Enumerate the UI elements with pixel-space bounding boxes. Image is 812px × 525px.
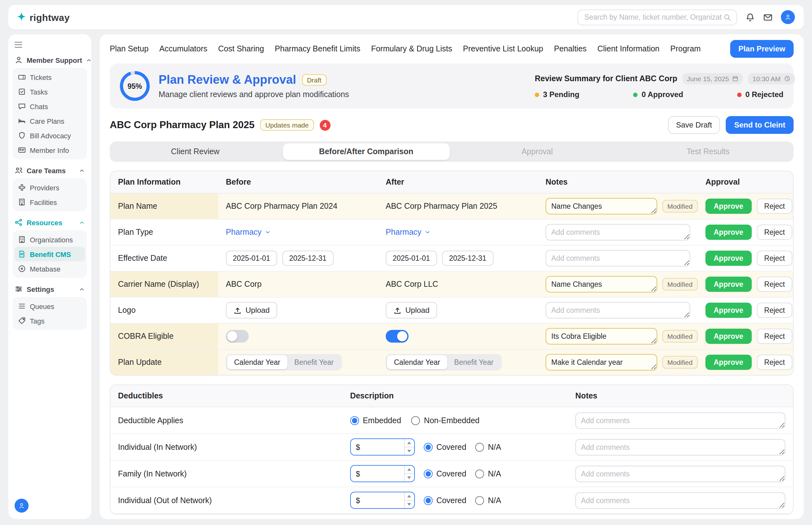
sidebar-menu-icon[interactable]	[13, 39, 87, 52]
stepper-up-button[interactable]	[405, 492, 414, 500]
sidebar-item-facilities[interactable]: Facilities	[15, 195, 85, 209]
approve-button[interactable]: Approve	[705, 225, 751, 240]
approve-button[interactable]: Approve	[705, 355, 751, 370]
na-radio[interactable]: N/A	[475, 442, 501, 451]
approve-button[interactable]: Approve	[705, 329, 751, 344]
sidebar-section-care-teams[interactable]: Care Teams	[13, 163, 87, 178]
amount-input[interactable]	[360, 492, 404, 508]
approve-button[interactable]: Approve	[705, 303, 751, 318]
reject-button[interactable]: Reject	[756, 225, 792, 240]
notes-input[interactable]	[575, 465, 785, 482]
user-avatar[interactable]	[781, 10, 795, 24]
notes-input[interactable]	[545, 224, 690, 240]
covered-radio[interactable]: Covered	[424, 496, 467, 505]
amount-input[interactable]	[360, 466, 404, 482]
stepper-down-button[interactable]	[405, 474, 414, 482]
tab-approval[interactable]: Approval	[452, 141, 623, 162]
embedded-radio[interactable]: Embedded	[350, 416, 401, 425]
search-input[interactable]	[583, 13, 723, 21]
tab-preventive-list-lookup[interactable]: Preventive List Lookup	[463, 44, 543, 53]
approve-button[interactable]: Approve	[705, 276, 751, 292]
sidebar-item-queues[interactable]: Queues	[15, 299, 85, 313]
end-date-button[interactable]: 2025-12-31	[282, 251, 334, 266]
na-radio[interactable]: N/A	[475, 496, 501, 505]
tab-formulary-drug-lists[interactable]: Formulary & Drug Lists	[371, 44, 452, 53]
reject-button[interactable]: Reject	[756, 276, 792, 292]
topbar: ✦ rightway	[8, 5, 804, 29]
sidebar-item-tasks[interactable]: Tasks	[15, 85, 85, 99]
cobra-toggle-on[interactable]	[386, 330, 408, 343]
sidebar-item-providers[interactable]: Providers	[15, 180, 85, 195]
tab-accumulators[interactable]: Accumulators	[159, 44, 207, 53]
notes-input[interactable]	[575, 439, 785, 455]
sidebar-item-bill-advocacy[interactable]: Bill Advocacy	[15, 128, 85, 143]
calendar-year-option[interactable]: Calendar Year	[387, 355, 447, 369]
messages-button[interactable]	[763, 12, 773, 22]
reject-button[interactable]: Reject	[756, 329, 792, 344]
tab-program[interactable]: Program	[670, 44, 701, 53]
cobra-toggle-off[interactable]	[226, 330, 249, 343]
notes-input[interactable]: Its Cobra Eligible	[545, 328, 657, 345]
sidebar-item-chats[interactable]: Chats	[15, 99, 85, 114]
reject-button[interactable]: Reject	[756, 355, 792, 370]
notifications-button[interactable]	[746, 12, 755, 22]
plan-type-select[interactable]: Pharmacy	[226, 228, 271, 237]
notes-input[interactable]	[575, 492, 785, 509]
upload-button[interactable]: Upload	[226, 302, 277, 318]
tab-test-results[interactable]: Test Results	[623, 141, 794, 162]
people-icon	[15, 166, 23, 175]
reject-button[interactable]: Reject	[756, 251, 792, 266]
reject-button[interactable]: Reject	[756, 303, 792, 318]
sidebar-user-avatar[interactable]	[15, 498, 29, 512]
upload-button[interactable]: Upload	[386, 302, 437, 318]
plan-type-select[interactable]: Pharmacy	[386, 228, 431, 237]
sidebar-section-resources[interactable]: Resources	[13, 215, 87, 230]
notes-input[interactable]	[545, 250, 690, 267]
stepper-up-button[interactable]	[405, 439, 414, 447]
rightway-logo: ✦ rightway	[17, 12, 70, 22]
stepper-down-button[interactable]	[405, 500, 414, 508]
tab-cost-sharing[interactable]: Cost Sharing	[218, 44, 264, 53]
sidebar-item-member-info[interactable]: Member Info	[15, 143, 85, 158]
tab-before-after-comparison[interactable]: Before/After Comparison	[283, 144, 450, 160]
stepper-down-button[interactable]	[405, 447, 414, 455]
approve-button[interactable]: Approve	[705, 251, 751, 266]
notes-input[interactable]: Name Changes	[545, 198, 657, 214]
covered-radio[interactable]: Covered	[424, 442, 467, 451]
tab-penalties[interactable]: Penalties	[554, 44, 586, 53]
notes-input[interactable]: Name Changes	[545, 276, 657, 292]
save-draft-button[interactable]: Save Draft	[668, 116, 720, 134]
amount-input[interactable]	[360, 439, 404, 455]
reject-button[interactable]: Reject	[756, 199, 792, 214]
covered-radio[interactable]: Covered	[424, 469, 467, 478]
sidebar-section-member-support[interactable]: Member Support	[13, 52, 87, 67]
benefit-year-option[interactable]: Benefit Year	[287, 355, 341, 369]
notes-input[interactable]	[575, 412, 785, 429]
approve-button[interactable]: Approve	[705, 199, 751, 214]
sidebar-item-organizations[interactable]: Organizations	[15, 232, 85, 247]
notes-input[interactable]: Make it Calendar year	[545, 354, 657, 371]
end-date-button[interactable]: 2025-12-31	[442, 251, 494, 266]
start-date-button[interactable]: 2025-01-01	[226, 251, 277, 266]
sidebar-item-tickets[interactable]: Tickets	[15, 70, 85, 85]
tab-plan-setup[interactable]: Plan Setup	[110, 44, 148, 53]
page-title: Plan Review & Approval	[159, 73, 296, 87]
sidebar-item-tags[interactable]: Tags	[15, 313, 85, 328]
plan-preview-button[interactable]: Plan Preview	[730, 40, 794, 58]
na-radio[interactable]: N/A	[475, 469, 501, 478]
notes-input[interactable]	[545, 302, 690, 318]
stepper-up-button[interactable]	[405, 466, 414, 474]
benefit-year-option[interactable]: Benefit Year	[447, 355, 500, 369]
sidebar-item-metabase[interactable]: Metabase	[15, 261, 85, 276]
non-embedded-radio[interactable]: Non-Embedded	[411, 416, 480, 425]
sidebar-item-benefit-cms[interactable]: Benefit CMS	[15, 247, 85, 261]
tab-client-information[interactable]: Client Information	[597, 44, 659, 53]
sidebar-item-care-plans[interactable]: Care Plans	[15, 114, 85, 128]
calendar-year-option[interactable]: Calendar Year	[227, 355, 287, 369]
start-date-button[interactable]: 2025-01-01	[386, 251, 437, 266]
plan-update-segment: Calendar Year Benefit Year	[226, 354, 342, 371]
sidebar-section-settings[interactable]: Settings	[13, 282, 87, 296]
tab-pharmacy-benefit-limits[interactable]: Pharmacy Benefit Limits	[275, 44, 360, 53]
tab-client-review[interactable]: Client Review	[110, 141, 281, 162]
send-to-client-button[interactable]: Send to Cleint	[726, 116, 794, 134]
